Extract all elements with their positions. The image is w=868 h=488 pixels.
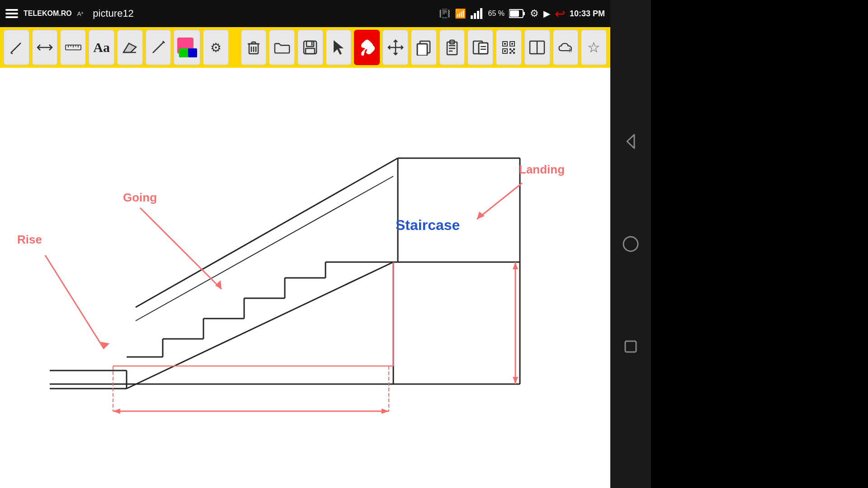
star-button[interactable]: ☆ (581, 30, 607, 65)
recent-button[interactable] (619, 335, 642, 358)
toolbar: Aa ⚙ (0, 27, 610, 68)
svg-rect-44 (479, 43, 488, 54)
vibrate-icon: 📳 (439, 8, 450, 19)
svg-line-18 (153, 42, 164, 53)
svg-line-89 (45, 255, 104, 349)
svg-marker-101 (113, 408, 120, 414)
drawing-area: Rise Going Staircase Landing (0, 68, 610, 488)
color-tool[interactable] (174, 30, 200, 65)
star-icon: ☆ (587, 39, 600, 56)
battery-percent: 65 % (488, 9, 504, 18)
status-bar: TELEKOM.RO Aˣ picture12 📳 📶 65 % (0, 0, 610, 27)
svg-rect-1 (474, 13, 476, 19)
select-button[interactable] (326, 30, 352, 65)
text-tool-label: Aa (93, 40, 110, 55)
link-button[interactable] (354, 30, 380, 65)
copy-button[interactable] (411, 30, 437, 65)
gear-icon: ⚙ (210, 40, 222, 55)
delete-button[interactable] (241, 30, 267, 65)
svg-text:)): )) (569, 47, 572, 52)
open-button[interactable] (269, 30, 295, 65)
battery-icon (509, 9, 525, 19)
wifi-icon: 📶 (455, 8, 466, 19)
rise-label: Rise (17, 233, 42, 247)
svg-rect-59 (509, 52, 511, 54)
svg-rect-107 (625, 341, 636, 352)
landing-label: Landing (519, 163, 565, 177)
paste1-button[interactable] (439, 30, 465, 65)
svg-line-7 (11, 43, 21, 53)
svg-rect-2 (477, 11, 479, 19)
svg-rect-50 (504, 43, 506, 45)
nav-bar (610, 0, 651, 488)
document-title: picture12 (93, 8, 134, 19)
svg-line-86 (136, 176, 393, 321)
svg-marker-98 (513, 262, 518, 269)
svg-rect-60 (513, 52, 515, 54)
home-button[interactable] (619, 233, 642, 255)
going-label: Going (123, 191, 157, 205)
undo-icon: ↩ (555, 6, 565, 21)
svg-marker-32 (334, 40, 344, 55)
back-button[interactable] (619, 130, 642, 153)
svg-rect-5 (523, 12, 525, 15)
arrow-tool[interactable] (32, 30, 58, 65)
svg-rect-0 (471, 15, 473, 19)
svg-rect-56 (504, 50, 506, 52)
staircase-label: Staircase (396, 217, 460, 234)
signal-icon (471, 8, 483, 19)
move-button[interactable] (382, 30, 408, 65)
svg-marker-105 (627, 135, 634, 148)
paste2-button[interactable] (467, 30, 493, 65)
ruler-tool[interactable] (60, 30, 86, 65)
svg-rect-3 (480, 8, 482, 19)
svg-point-106 (623, 237, 638, 251)
svg-line-67 (127, 262, 393, 389)
svg-rect-29 (307, 41, 314, 47)
save-button[interactable] (297, 30, 323, 65)
cloud-button[interactable]: )) (553, 30, 579, 65)
svg-line-91 (140, 208, 222, 289)
eraser-tool[interactable] (117, 30, 143, 65)
carrier-superscript: Aˣ (77, 10, 84, 17)
text-tool[interactable]: Aa (89, 30, 114, 65)
svg-marker-92 (215, 280, 222, 289)
svg-rect-6 (510, 10, 519, 17)
svg-marker-99 (513, 377, 518, 384)
svg-rect-53 (511, 43, 513, 45)
youtube-icon: ▶ (543, 8, 550, 19)
qr-button[interactable] (496, 30, 522, 65)
svg-rect-61 (511, 50, 513, 52)
svg-rect-58 (513, 48, 515, 50)
svg-marker-16 (123, 43, 136, 52)
svg-rect-57 (509, 48, 511, 50)
split-button[interactable] (524, 30, 550, 65)
status-icons: 📳 📶 65 % ⚙ ▶ ↩ 10:33 PM (439, 6, 605, 21)
pencil-tool[interactable] (4, 30, 29, 65)
svg-rect-36 (417, 44, 427, 56)
svg-marker-94 (477, 211, 485, 219)
hamburger-icon[interactable] (5, 9, 18, 18)
svg-rect-30 (306, 48, 315, 54)
svg-line-93 (477, 183, 522, 219)
clock: 10:33 PM (570, 9, 605, 19)
carrier-text: TELEKOM.RO (24, 9, 72, 18)
svg-line-8 (11, 53, 13, 54)
svg-line-82 (136, 158, 398, 307)
settings-icon: ⚙ (530, 8, 539, 19)
wand-tool[interactable] (146, 30, 171, 65)
main-area: TELEKOM.RO Aˣ picture12 📳 📶 65 % (0, 0, 610, 488)
settings-tool[interactable]: ⚙ (203, 30, 229, 65)
svg-marker-102 (382, 408, 389, 414)
right-space (651, 0, 868, 488)
